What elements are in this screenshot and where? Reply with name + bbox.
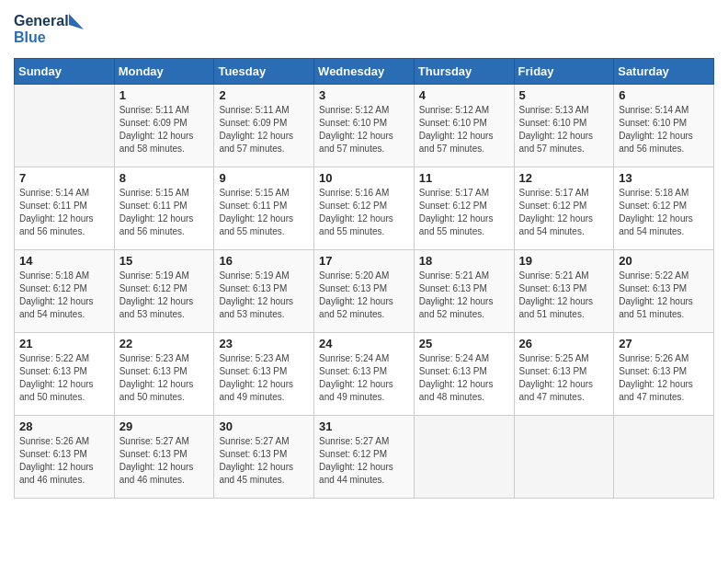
day-info: Sunrise: 5:13 AMSunset: 6:10 PMDaylight:… (519, 104, 609, 155)
day-number: 3 (319, 88, 409, 102)
weekday-header-thursday: Thursday (414, 59, 514, 85)
calendar-cell: 2Sunrise: 5:11 AMSunset: 6:09 PMDaylight… (214, 85, 314, 167)
day-number: 1 (119, 88, 210, 102)
day-number: 22 (119, 337, 210, 350)
day-number: 24 (319, 337, 409, 350)
weekday-header-saturday: Saturday (614, 59, 714, 85)
day-info: Sunrise: 5:18 AMSunset: 6:12 PMDaylight:… (19, 270, 109, 321)
calendar-table: SundayMondayTuesdayWednesdayThursdayFrid… (14, 58, 714, 499)
page: GeneralBlue SundayMondayTuesdayWednesday… (0, 0, 728, 563)
svg-marker-2 (69, 14, 84, 29)
calendar-cell: 24Sunrise: 5:24 AMSunset: 6:13 PMDayligh… (314, 333, 415, 416)
day-number: 9 (219, 171, 309, 185)
day-info: Sunrise: 5:12 AMSunset: 6:10 PMDaylight:… (319, 104, 409, 155)
day-number: 15 (119, 254, 210, 268)
weekday-header-monday: Monday (114, 59, 214, 85)
svg-text:Blue: Blue (14, 29, 46, 45)
calendar-cell: 22Sunrise: 5:23 AMSunset: 6:13 PMDayligh… (114, 333, 214, 416)
calendar-cell: 8Sunrise: 5:15 AMSunset: 6:11 PMDaylight… (114, 167, 214, 250)
day-number: 13 (619, 171, 709, 185)
calendar-cell: 11Sunrise: 5:17 AMSunset: 6:12 PMDayligh… (414, 167, 514, 250)
day-number: 17 (319, 254, 409, 268)
weekday-header-sunday: Sunday (15, 59, 115, 85)
day-info: Sunrise: 5:14 AMSunset: 6:10 PMDaylight:… (619, 104, 709, 155)
calendar-cell: 25Sunrise: 5:24 AMSunset: 6:13 PMDayligh… (414, 333, 514, 416)
day-info: Sunrise: 5:23 AMSunset: 6:13 PMDaylight:… (119, 352, 210, 404)
day-info: Sunrise: 5:26 AMSunset: 6:13 PMDaylight:… (19, 435, 109, 487)
day-info: Sunrise: 5:23 AMSunset: 6:13 PMDaylight:… (219, 352, 309, 404)
calendar-cell: 21Sunrise: 5:22 AMSunset: 6:13 PMDayligh… (15, 333, 115, 416)
day-info: Sunrise: 5:12 AMSunset: 6:10 PMDaylight:… (419, 104, 509, 155)
calendar-cell: 6Sunrise: 5:14 AMSunset: 6:10 PMDaylight… (614, 85, 714, 167)
day-info: Sunrise: 5:17 AMSunset: 6:12 PMDaylight:… (519, 187, 609, 238)
weekday-header-wednesday: Wednesday (314, 59, 415, 85)
calendar-cell: 17Sunrise: 5:20 AMSunset: 6:13 PMDayligh… (314, 250, 415, 333)
calendar-cell: 16Sunrise: 5:19 AMSunset: 6:13 PMDayligh… (214, 250, 314, 333)
day-number: 11 (419, 171, 509, 185)
day-info: Sunrise: 5:27 AMSunset: 6:12 PMDaylight:… (319, 435, 409, 487)
day-number: 31 (319, 419, 409, 433)
day-number: 30 (219, 419, 309, 433)
day-info: Sunrise: 5:14 AMSunset: 6:11 PMDaylight:… (19, 187, 109, 238)
calendar-cell: 28Sunrise: 5:26 AMSunset: 6:13 PMDayligh… (15, 416, 115, 499)
day-number: 19 (519, 254, 609, 268)
calendar-cell: 20Sunrise: 5:22 AMSunset: 6:13 PMDayligh… (614, 250, 714, 333)
day-info: Sunrise: 5:11 AMSunset: 6:09 PMDaylight:… (119, 104, 210, 155)
calendar-cell: 9Sunrise: 5:15 AMSunset: 6:11 PMDaylight… (214, 167, 314, 250)
day-number: 18 (419, 254, 509, 268)
day-info: Sunrise: 5:18 AMSunset: 6:12 PMDaylight:… (619, 187, 709, 238)
day-info: Sunrise: 5:27 AMSunset: 6:13 PMDaylight:… (219, 435, 309, 487)
calendar-cell: 5Sunrise: 5:13 AMSunset: 6:10 PMDaylight… (514, 85, 614, 167)
day-number: 12 (519, 171, 609, 185)
day-info: Sunrise: 5:17 AMSunset: 6:12 PMDaylight:… (419, 187, 509, 238)
calendar-cell: 23Sunrise: 5:23 AMSunset: 6:13 PMDayligh… (214, 333, 314, 416)
day-info: Sunrise: 5:11 AMSunset: 6:09 PMDaylight:… (219, 104, 309, 155)
header: GeneralBlue (14, 9, 714, 51)
day-number: 4 (419, 88, 509, 102)
day-number: 29 (119, 419, 210, 433)
calendar-cell: 29Sunrise: 5:27 AMSunset: 6:13 PMDayligh… (114, 416, 214, 499)
calendar-cell: 15Sunrise: 5:19 AMSunset: 6:12 PMDayligh… (114, 250, 214, 333)
day-info: Sunrise: 5:24 AMSunset: 6:13 PMDaylight:… (319, 352, 409, 404)
calendar-cell: 27Sunrise: 5:26 AMSunset: 6:13 PMDayligh… (614, 333, 714, 416)
day-info: Sunrise: 5:24 AMSunset: 6:13 PMDaylight:… (419, 352, 509, 404)
calendar-cell (15, 85, 115, 167)
week-row-4: 21Sunrise: 5:22 AMSunset: 6:13 PMDayligh… (15, 333, 714, 416)
logo: GeneralBlue (14, 9, 87, 51)
day-number: 27 (619, 337, 709, 350)
day-info: Sunrise: 5:16 AMSunset: 6:12 PMDaylight:… (319, 187, 409, 238)
day-number: 10 (319, 171, 409, 185)
svg-text:General: General (14, 13, 69, 29)
calendar-cell: 31Sunrise: 5:27 AMSunset: 6:12 PMDayligh… (314, 416, 415, 499)
day-info: Sunrise: 5:25 AMSunset: 6:13 PMDaylight:… (519, 352, 609, 404)
day-number: 16 (219, 254, 309, 268)
calendar-cell: 26Sunrise: 5:25 AMSunset: 6:13 PMDayligh… (514, 333, 614, 416)
calendar-cell: 19Sunrise: 5:21 AMSunset: 6:13 PMDayligh… (514, 250, 614, 333)
calendar-cell (514, 416, 614, 499)
calendar-cell: 30Sunrise: 5:27 AMSunset: 6:13 PMDayligh… (214, 416, 314, 499)
day-info: Sunrise: 5:26 AMSunset: 6:13 PMDaylight:… (619, 352, 709, 404)
day-number: 8 (119, 171, 210, 185)
day-number: 25 (419, 337, 509, 350)
calendar-cell: 14Sunrise: 5:18 AMSunset: 6:12 PMDayligh… (15, 250, 115, 333)
day-info: Sunrise: 5:22 AMSunset: 6:13 PMDaylight:… (19, 352, 109, 404)
weekday-header-tuesday: Tuesday (214, 59, 314, 85)
calendar-cell: 4Sunrise: 5:12 AMSunset: 6:10 PMDaylight… (414, 85, 514, 167)
day-info: Sunrise: 5:21 AMSunset: 6:13 PMDaylight:… (519, 270, 609, 321)
day-info: Sunrise: 5:21 AMSunset: 6:13 PMDaylight:… (419, 270, 509, 321)
day-info: Sunrise: 5:19 AMSunset: 6:13 PMDaylight:… (219, 270, 309, 321)
day-info: Sunrise: 5:15 AMSunset: 6:11 PMDaylight:… (119, 187, 210, 238)
weekday-header-row: SundayMondayTuesdayWednesdayThursdayFrid… (15, 59, 714, 85)
day-info: Sunrise: 5:19 AMSunset: 6:12 PMDaylight:… (119, 270, 210, 321)
calendar-cell: 7Sunrise: 5:14 AMSunset: 6:11 PMDaylight… (15, 167, 115, 250)
day-number: 7 (19, 171, 109, 185)
logo-svg: GeneralBlue (14, 9, 87, 51)
calendar-cell: 12Sunrise: 5:17 AMSunset: 6:12 PMDayligh… (514, 167, 614, 250)
day-number: 2 (219, 88, 309, 102)
week-row-1: 1Sunrise: 5:11 AMSunset: 6:09 PMDaylight… (15, 85, 714, 167)
calendar-cell: 18Sunrise: 5:21 AMSunset: 6:13 PMDayligh… (414, 250, 514, 333)
week-row-3: 14Sunrise: 5:18 AMSunset: 6:12 PMDayligh… (15, 250, 714, 333)
weekday-header-friday: Friday (514, 59, 614, 85)
week-row-5: 28Sunrise: 5:26 AMSunset: 6:13 PMDayligh… (15, 416, 714, 499)
day-number: 26 (519, 337, 609, 350)
